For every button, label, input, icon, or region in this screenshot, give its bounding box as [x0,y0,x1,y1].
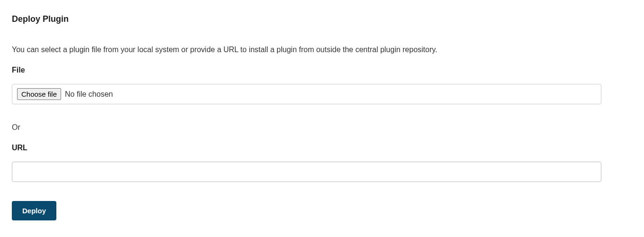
page-description: You can select a plugin file from your l… [12,46,632,54]
url-input[interactable] [12,162,601,182]
url-label: URL [12,144,632,152]
choose-file-button[interactable]: Choose file [17,88,61,100]
file-label: File [12,66,632,74]
deploy-button[interactable]: Deploy [12,201,56,220]
file-chosen-status: No file chosen [65,90,113,99]
file-input-wrapper[interactable]: Choose file No file chosen [12,84,601,104]
separator-or: Or [12,123,632,132]
page-title: Deploy Plugin [12,14,632,24]
